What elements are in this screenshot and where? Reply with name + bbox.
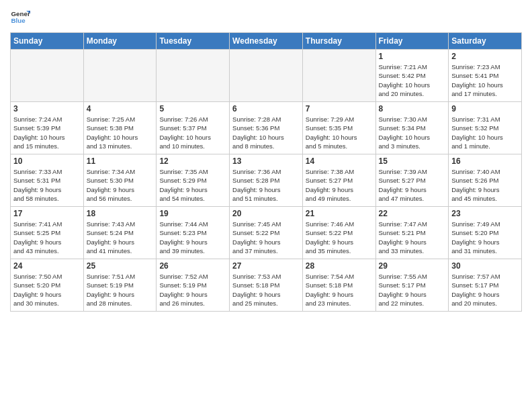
day-cell-14: 14Sunrise: 7:38 AM Sunset: 5:27 PM Dayli… xyxy=(302,154,375,207)
day-cell-13: 13Sunrise: 7:36 AM Sunset: 5:28 PM Dayli… xyxy=(230,154,303,207)
day-number: 7 xyxy=(306,104,373,113)
day-of-week-row: SundayMondayTuesdayWednesdayThursdayFrid… xyxy=(11,33,522,50)
day-number: 21 xyxy=(306,209,373,218)
day-info: Sunrise: 7:25 AM Sunset: 5:38 PM Dayligh… xyxy=(87,115,154,150)
day-info: Sunrise: 7:38 AM Sunset: 5:27 PM Dayligh… xyxy=(306,167,373,203)
day-cell-12: 12Sunrise: 7:35 AM Sunset: 5:29 PM Dayli… xyxy=(157,154,230,207)
day-cell-empty xyxy=(11,50,84,102)
dow-header-monday: Monday xyxy=(83,33,157,50)
day-number: 16 xyxy=(451,156,519,166)
day-number: 25 xyxy=(87,261,154,271)
day-cell-11: 11Sunrise: 7:34 AM Sunset: 5:30 PM Dayli… xyxy=(83,154,157,207)
day-number: 3 xyxy=(13,104,81,113)
dow-header-saturday: Saturday xyxy=(449,33,522,50)
week-row-5: 24Sunrise: 7:50 AM Sunset: 5:20 PM Dayli… xyxy=(11,259,522,312)
week-row-3: 10Sunrise: 7:33 AM Sunset: 5:31 PM Dayli… xyxy=(11,154,522,207)
dow-header-tuesday: Tuesday xyxy=(157,33,230,50)
day-cell-empty xyxy=(157,50,230,102)
day-info: Sunrise: 7:51 AM Sunset: 5:19 PM Dayligh… xyxy=(87,272,154,308)
day-info: Sunrise: 7:47 AM Sunset: 5:21 PM Dayligh… xyxy=(379,220,446,255)
day-number: 6 xyxy=(232,104,300,113)
day-cell-9: 9Sunrise: 7:31 AM Sunset: 5:32 PM Daylig… xyxy=(449,102,522,154)
day-info: Sunrise: 7:55 AM Sunset: 5:17 PM Dayligh… xyxy=(379,272,446,308)
day-cell-25: 25Sunrise: 7:51 AM Sunset: 5:19 PM Dayli… xyxy=(83,259,157,312)
day-number: 11 xyxy=(87,156,154,166)
day-info: Sunrise: 7:49 AM Sunset: 5:20 PM Dayligh… xyxy=(451,220,519,255)
day-cell-23: 23Sunrise: 7:49 AM Sunset: 5:20 PM Dayli… xyxy=(449,207,522,259)
day-number: 19 xyxy=(159,209,226,218)
day-info: Sunrise: 7:34 AM Sunset: 5:30 PM Dayligh… xyxy=(87,167,154,203)
header: General Blue xyxy=(10,7,522,27)
day-number: 12 xyxy=(159,156,226,166)
day-cell-15: 15Sunrise: 7:39 AM Sunset: 5:27 PM Dayli… xyxy=(375,154,449,207)
day-number: 17 xyxy=(13,209,81,218)
week-row-4: 17Sunrise: 7:41 AM Sunset: 5:25 PM Dayli… xyxy=(11,207,522,259)
day-info: Sunrise: 7:33 AM Sunset: 5:31 PM Dayligh… xyxy=(13,167,81,203)
day-number: 2 xyxy=(451,52,519,61)
logo-icon: General Blue xyxy=(10,7,30,27)
day-cell-20: 20Sunrise: 7:45 AM Sunset: 5:22 PM Dayli… xyxy=(230,207,303,259)
day-number: 27 xyxy=(232,261,300,271)
day-cell-4: 4Sunrise: 7:25 AM Sunset: 5:38 PM Daylig… xyxy=(83,102,157,154)
week-row-2: 3Sunrise: 7:24 AM Sunset: 5:39 PM Daylig… xyxy=(11,102,522,154)
day-number: 1 xyxy=(379,52,446,61)
day-cell-empty xyxy=(302,50,375,102)
day-info: Sunrise: 7:39 AM Sunset: 5:27 PM Dayligh… xyxy=(379,167,446,203)
day-info: Sunrise: 7:52 AM Sunset: 5:19 PM Dayligh… xyxy=(159,272,226,308)
day-cell-empty xyxy=(230,50,303,102)
day-cell-7: 7Sunrise: 7:29 AM Sunset: 5:35 PM Daylig… xyxy=(302,102,375,154)
day-info: Sunrise: 7:31 AM Sunset: 5:32 PM Dayligh… xyxy=(451,115,519,150)
day-cell-29: 29Sunrise: 7:55 AM Sunset: 5:17 PM Dayli… xyxy=(375,259,449,312)
day-cell-19: 19Sunrise: 7:44 AM Sunset: 5:23 PM Dayli… xyxy=(157,207,230,259)
day-info: Sunrise: 7:53 AM Sunset: 5:18 PM Dayligh… xyxy=(232,272,300,308)
page-container: General Blue SundayMondayTuesdayWednesda… xyxy=(0,0,532,318)
day-number: 24 xyxy=(13,261,81,271)
day-info: Sunrise: 7:43 AM Sunset: 5:24 PM Dayligh… xyxy=(87,220,154,255)
day-number: 14 xyxy=(306,156,373,166)
day-number: 23 xyxy=(451,209,519,218)
day-number: 26 xyxy=(159,261,226,271)
day-cell-16: 16Sunrise: 7:40 AM Sunset: 5:26 PM Dayli… xyxy=(449,154,522,207)
day-info: Sunrise: 7:36 AM Sunset: 5:28 PM Dayligh… xyxy=(232,167,300,203)
calendar-table: SundayMondayTuesdayWednesdayThursdayFrid… xyxy=(10,32,522,312)
day-info: Sunrise: 7:50 AM Sunset: 5:20 PM Dayligh… xyxy=(13,272,81,308)
day-number: 5 xyxy=(159,104,226,113)
day-info: Sunrise: 7:23 AM Sunset: 5:41 PM Dayligh… xyxy=(451,62,519,98)
day-cell-3: 3Sunrise: 7:24 AM Sunset: 5:39 PM Daylig… xyxy=(11,102,84,154)
dow-header-thursday: Thursday xyxy=(302,33,375,50)
day-cell-26: 26Sunrise: 7:52 AM Sunset: 5:19 PM Dayli… xyxy=(157,259,230,312)
calendar-body: 1Sunrise: 7:21 AM Sunset: 5:42 PM Daylig… xyxy=(11,50,522,312)
day-info: Sunrise: 7:35 AM Sunset: 5:29 PM Dayligh… xyxy=(159,167,226,203)
day-cell-8: 8Sunrise: 7:30 AM Sunset: 5:34 PM Daylig… xyxy=(375,102,449,154)
day-info: Sunrise: 7:26 AM Sunset: 5:37 PM Dayligh… xyxy=(159,115,226,150)
day-number: 20 xyxy=(232,209,300,218)
day-cell-1: 1Sunrise: 7:21 AM Sunset: 5:42 PM Daylig… xyxy=(375,50,449,102)
day-info: Sunrise: 7:41 AM Sunset: 5:25 PM Dayligh… xyxy=(13,220,81,255)
day-number: 28 xyxy=(306,261,373,271)
dow-header-friday: Friday xyxy=(375,33,449,50)
day-number: 10 xyxy=(13,156,81,166)
day-cell-2: 2Sunrise: 7:23 AM Sunset: 5:41 PM Daylig… xyxy=(449,50,522,102)
day-info: Sunrise: 7:21 AM Sunset: 5:42 PM Dayligh… xyxy=(379,62,446,98)
day-info: Sunrise: 7:46 AM Sunset: 5:22 PM Dayligh… xyxy=(306,220,373,255)
day-number: 13 xyxy=(232,156,300,166)
day-number: 15 xyxy=(379,156,446,166)
day-cell-empty xyxy=(83,50,157,102)
day-info: Sunrise: 7:28 AM Sunset: 5:36 PM Dayligh… xyxy=(232,115,300,150)
day-number: 4 xyxy=(87,104,154,113)
day-cell-21: 21Sunrise: 7:46 AM Sunset: 5:22 PM Dayli… xyxy=(302,207,375,259)
day-info: Sunrise: 7:29 AM Sunset: 5:35 PM Dayligh… xyxy=(306,115,373,150)
day-info: Sunrise: 7:45 AM Sunset: 5:22 PM Dayligh… xyxy=(232,220,300,255)
logo: General Blue xyxy=(10,7,33,27)
day-info: Sunrise: 7:57 AM Sunset: 5:17 PM Dayligh… xyxy=(451,272,519,308)
dow-header-sunday: Sunday xyxy=(11,33,84,50)
day-info: Sunrise: 7:44 AM Sunset: 5:23 PM Dayligh… xyxy=(159,220,226,255)
svg-text:Blue: Blue xyxy=(11,17,26,24)
day-cell-5: 5Sunrise: 7:26 AM Sunset: 5:37 PM Daylig… xyxy=(157,102,230,154)
day-cell-30: 30Sunrise: 7:57 AM Sunset: 5:17 PM Dayli… xyxy=(449,259,522,312)
day-cell-28: 28Sunrise: 7:54 AM Sunset: 5:18 PM Dayli… xyxy=(302,259,375,312)
day-info: Sunrise: 7:54 AM Sunset: 5:18 PM Dayligh… xyxy=(306,272,373,308)
day-cell-18: 18Sunrise: 7:43 AM Sunset: 5:24 PM Dayli… xyxy=(83,207,157,259)
day-cell-17: 17Sunrise: 7:41 AM Sunset: 5:25 PM Dayli… xyxy=(11,207,84,259)
day-number: 9 xyxy=(451,104,519,113)
